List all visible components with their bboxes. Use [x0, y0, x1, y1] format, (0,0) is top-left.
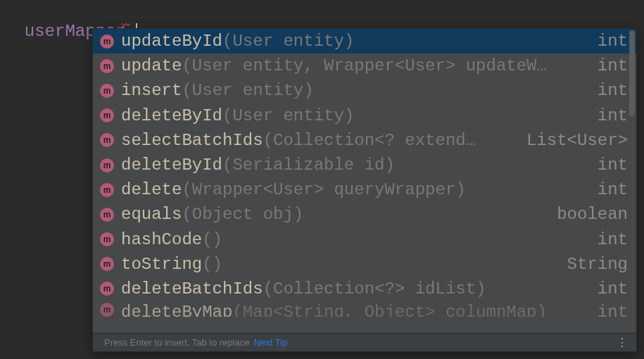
- method-icon: m: [100, 282, 114, 296]
- completion-item[interactable]: m deleteByMap(Map<String, Object> column…: [93, 301, 636, 317]
- completion-item[interactable]: m equals(Object obj) boolean: [93, 202, 636, 227]
- method-icon: m: [100, 183, 114, 197]
- completion-item[interactable]: m hashCode() int: [93, 227, 636, 252]
- completion-signature: deleteByMap(Map<String, Object> columnMa…: [121, 303, 576, 317]
- completion-signature: toString(): [121, 255, 546, 274]
- scrollbar-thumb[interactable]: [629, 30, 635, 116]
- next-tip-link[interactable]: Next Tip: [253, 337, 287, 348]
- completion-signature: deleteById(User entity): [121, 106, 576, 125]
- popup-footer: Press Enter to insert, Tab to replace Ne…: [93, 333, 636, 351]
- completion-return-type: int: [598, 81, 628, 100]
- completion-return-type: List<User>: [526, 131, 628, 150]
- method-icon: m: [100, 158, 114, 172]
- completion-return-type: int: [598, 56, 628, 75]
- completion-signature: insert(User entity): [121, 81, 576, 100]
- method-icon: m: [100, 303, 114, 317]
- completion-signature: updateById(User entity): [121, 32, 576, 51]
- method-icon: m: [100, 257, 114, 271]
- method-icon: m: [100, 232, 114, 246]
- more-icon[interactable]: ⋮: [614, 336, 631, 350]
- completion-return-type: int: [598, 156, 628, 175]
- completion-signature: deleteById(Serializable id): [121, 156, 576, 175]
- completion-item[interactable]: m insert(User entity) int: [93, 78, 636, 103]
- completion-return-type: int: [598, 303, 628, 317]
- method-icon: m: [100, 34, 114, 49]
- method-icon: m: [100, 208, 114, 222]
- completion-return-type: int: [598, 230, 628, 249]
- completion-signature: delete(Wrapper<User> queryWrapper): [121, 180, 576, 199]
- completion-item[interactable]: m selectBatchIds(Collection<? extend… Li…: [93, 128, 636, 153]
- completion-return-type: String: [567, 255, 628, 274]
- error-squiggle: [122, 23, 130, 26]
- method-icon: m: [100, 108, 114, 122]
- completion-return-type: int: [598, 32, 628, 51]
- completion-return-type: int: [598, 180, 628, 199]
- footer-hint: Press Enter to insert, Tab to replace: [104, 337, 249, 348]
- completion-signature: hashCode(): [121, 230, 576, 249]
- completion-signature: equals(Object obj): [121, 205, 536, 224]
- completion-signature: update(User entity, Wrapper<User> update…: [121, 56, 576, 75]
- completion-item[interactable]: m delete(Wrapper<User> queryWrapper) int: [93, 177, 636, 202]
- completion-item[interactable]: m deleteById(Serializable id) int: [93, 153, 636, 177]
- completion-list[interactable]: m updateById(User entity) int m update(U…: [93, 29, 636, 333]
- completion-item[interactable]: m deleteBatchIds(Collection<?> idList) i…: [93, 277, 636, 301]
- method-icon: m: [100, 133, 114, 147]
- completion-return-type: int: [598, 106, 628, 125]
- method-icon: m: [100, 59, 114, 73]
- completion-item[interactable]: m updateById(User entity) int: [93, 29, 636, 53]
- completion-signature: deleteBatchIds(Collection<?> idList): [121, 279, 576, 298]
- completion-return-type: boolean: [557, 205, 628, 224]
- completion-popup: m updateById(User entity) int m update(U…: [92, 28, 637, 352]
- completion-return-type: int: [598, 279, 628, 298]
- completion-item[interactable]: m deleteById(User entity) int: [93, 103, 636, 128]
- completion-item[interactable]: m toString() String: [93, 252, 636, 277]
- method-icon: m: [100, 84, 114, 98]
- completion-signature: selectBatchIds(Collection<? extend…: [121, 131, 505, 150]
- completion-item[interactable]: m update(User entity, Wrapper<User> upda…: [93, 53, 636, 78]
